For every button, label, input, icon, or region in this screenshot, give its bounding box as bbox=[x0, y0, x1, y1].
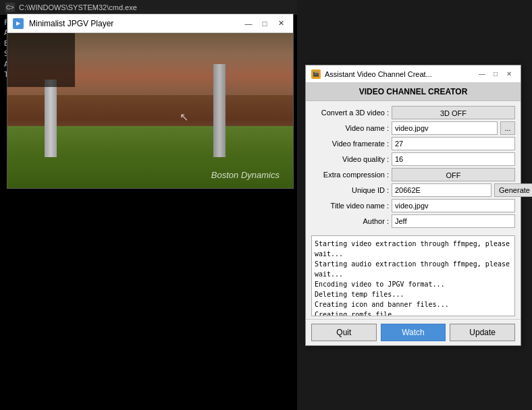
videoname-input[interactable] bbox=[392, 121, 498, 135]
avc-title-text: Assistant Video Channel Creat... bbox=[325, 70, 472, 78]
form-row-framerate: Video framerate : bbox=[311, 137, 515, 150]
quality-input[interactable] bbox=[392, 152, 515, 166]
video-dark-overlay bbox=[7, 33, 75, 87]
quit-button[interactable]: Quit bbox=[311, 324, 377, 341]
quality-label: Video quality : bbox=[311, 155, 389, 163]
video-post-right bbox=[213, 64, 225, 157]
video-area: ↖ Boston Dynamics bbox=[7, 33, 293, 188]
player-window: ▶ Minimalist JPGV Player — □ ✕ ↖ Boston … bbox=[7, 13, 294, 189]
video-post-left bbox=[45, 80, 57, 157]
avc-icon: 🎬 bbox=[311, 69, 321, 79]
player-titlebar: ▶ Minimalist JPGV Player — □ ✕ bbox=[7, 14, 293, 33]
cmd-titlebar: C> C:\WINDOWS\SYSTEM32\cmd.exe bbox=[0, 0, 297, 15]
avc-header: VIDEO CHANNEL CREATOR bbox=[306, 83, 521, 101]
browse-button[interactable]: ... bbox=[500, 121, 515, 135]
player-maximize-button[interactable]: □ bbox=[258, 18, 271, 29]
avc-titlebar: 🎬 Assistant Video Channel Creat... — □ ✕ bbox=[306, 65, 521, 83]
video-cursor: ↖ bbox=[180, 111, 188, 123]
generate-button[interactable]: Generate bbox=[494, 183, 532, 197]
form-row-videoname: Video name : ... bbox=[311, 121, 515, 135]
update-button[interactable]: Update bbox=[450, 324, 515, 341]
uniqueid-label: Unique ID : bbox=[311, 186, 389, 194]
titlename-input[interactable] bbox=[392, 199, 515, 212]
avc-footer: Quit Watch Update bbox=[306, 319, 521, 345]
cmd-icon: C> bbox=[5, 3, 15, 12]
avc-minimize-button[interactable]: — bbox=[476, 69, 488, 79]
watch-button[interactable]: Watch bbox=[381, 324, 446, 341]
player-minimize-button[interactable]: — bbox=[242, 18, 255, 29]
framerate-label: Video framerate : bbox=[311, 140, 389, 148]
form-row-author: Author : bbox=[311, 214, 515, 228]
convert3d-button[interactable]: 3D OFF bbox=[392, 106, 515, 119]
player-close-button[interactable]: ✕ bbox=[274, 18, 288, 29]
convert3d-label: Convert a 3D video : bbox=[311, 109, 389, 117]
framerate-input[interactable] bbox=[392, 137, 515, 150]
compression-label: Extra compression : bbox=[311, 171, 389, 179]
uniqueid-input[interactable] bbox=[392, 183, 491, 197]
compression-button[interactable]: OFF bbox=[392, 168, 515, 181]
avc-log: Starting video extraction through ffmpeg… bbox=[311, 235, 515, 316]
player-title-text: Minimalist JPGV Player bbox=[29, 19, 236, 28]
titlename-label: Title video name : bbox=[311, 202, 389, 210]
video-watermark: Boston Dynamics bbox=[211, 170, 280, 180]
player-icon: ▶ bbox=[13, 18, 24, 29]
form-row-uniqueid: Unique ID : Generate bbox=[311, 183, 515, 197]
video-scene: ↖ Boston Dynamics bbox=[7, 33, 293, 188]
avc-window-controls: — □ ✕ bbox=[476, 69, 515, 79]
form-row-convert3d: Convert a 3D video : 3D OFF bbox=[311, 106, 515, 119]
author-label: Author : bbox=[311, 217, 389, 225]
videoname-label: Video name : bbox=[311, 124, 389, 132]
form-row-compression: Extra compression : OFF bbox=[311, 168, 515, 181]
avc-window: 🎬 Assistant Video Channel Creat... — □ ✕… bbox=[305, 65, 521, 346]
cmd-title-text: C:\WINDOWS\SYSTEM32\cmd.exe bbox=[19, 3, 137, 11]
form-row-quality: Video quality : bbox=[311, 152, 515, 166]
avc-close-button[interactable]: ✕ bbox=[503, 69, 515, 79]
avc-form: Convert a 3D video : 3D OFF Video name :… bbox=[306, 101, 521, 233]
player-window-controls: — □ ✕ bbox=[242, 18, 288, 29]
author-input[interactable] bbox=[392, 214, 515, 228]
avc-maximize-button[interactable]: □ bbox=[489, 69, 502, 79]
form-row-titlename: Title video name : bbox=[311, 199, 515, 212]
